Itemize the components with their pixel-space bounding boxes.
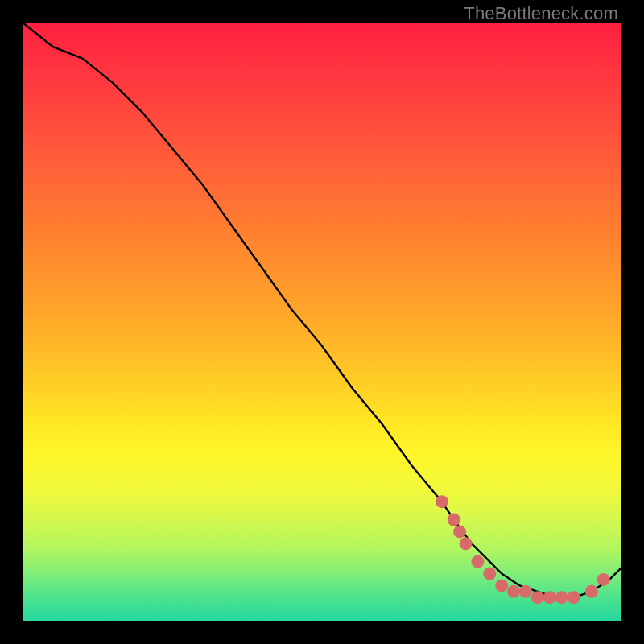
chart-frame: TheBottleneck.com bbox=[0, 0, 644, 644]
marker-dot bbox=[507, 585, 520, 598]
marker-dot bbox=[483, 568, 496, 580]
bottleneck-curve bbox=[23, 23, 621, 597]
marker-dot bbox=[460, 537, 473, 550]
curve-svg bbox=[23, 23, 621, 621]
marker-dot bbox=[471, 555, 484, 568]
marker-dot bbox=[453, 525, 466, 538]
plot-area bbox=[23, 23, 621, 621]
curve-markers bbox=[436, 495, 610, 604]
marker-dot bbox=[543, 591, 556, 604]
marker-dot bbox=[568, 591, 580, 604]
marker-dot bbox=[519, 585, 532, 598]
marker-dot bbox=[448, 514, 460, 526]
watermark-text: TheBottleneck.com bbox=[464, 3, 618, 24]
marker-dot bbox=[531, 591, 544, 604]
marker-dot bbox=[597, 573, 610, 586]
marker-dot bbox=[555, 591, 568, 604]
marker-dot bbox=[495, 579, 508, 592]
marker-dot bbox=[436, 495, 448, 508]
marker-dot bbox=[585, 585, 598, 598]
